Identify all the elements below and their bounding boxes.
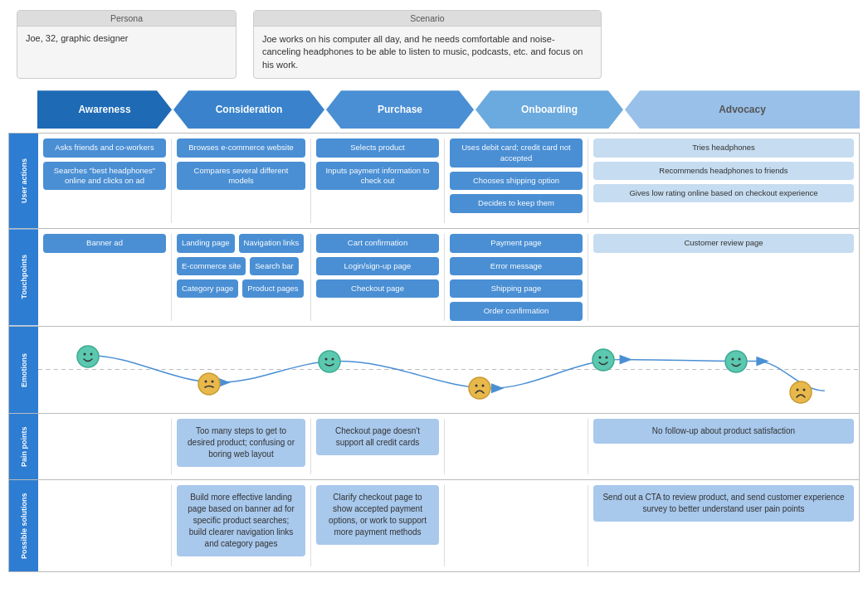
touchpoints-section: Touchpoints Banner ad Landing page Navig… xyxy=(9,229,859,326)
main-container: Persona Joe, 32, graphic designer Scenar… xyxy=(0,0,868,572)
tp-consideration-2: E-commerce site xyxy=(177,257,246,275)
ua-purchase-1: Selects product xyxy=(316,138,439,157)
sol-purchase: Clarify checkout page to show accepted p… xyxy=(316,485,439,545)
sol-purchase-col: Clarify checkout page to show accepted p… xyxy=(316,485,439,566)
svg-point-24 xyxy=(797,388,799,391)
tp-consideration-col: Landing page Navigation links E-commerce… xyxy=(177,234,305,320)
journey-grid: User actions Asks friends and co-workers… xyxy=(8,133,860,571)
emotions-body xyxy=(38,327,859,413)
tp-onboarding-2: Error message xyxy=(450,257,583,275)
sol-advocacy-col: Send out a CTA to review product, and se… xyxy=(593,485,854,566)
svg-point-21 xyxy=(732,357,734,360)
pp-advocacy: No follow-up about product satisfaction xyxy=(593,419,854,444)
svg-point-7 xyxy=(90,352,93,355)
tp-awareness-1: Banner ad xyxy=(43,234,166,252)
user-actions-body: Asks friends and co-workers Searches "be… xyxy=(38,134,859,228)
tp-advocacy-col: Customer review page xyxy=(593,234,854,320)
stage-advocacy[interactable]: Advocacy xyxy=(625,90,860,129)
svg-point-11 xyxy=(319,351,340,372)
sol-onboarding-col xyxy=(450,485,583,566)
svg-point-5 xyxy=(77,346,99,367)
ua-advocacy-2: Recommends headphones to friends xyxy=(593,162,854,180)
emotion-face-advocacy-1 xyxy=(724,350,748,373)
svg-point-12 xyxy=(325,357,328,360)
tp-consideration-3: Navigation links xyxy=(239,234,305,252)
tp-consideration-6: Product pages xyxy=(242,279,303,298)
scenario-content: Joe works on his computer all day, and h… xyxy=(254,27,601,78)
ua-onboarding-col: Uses debit card; credit card not accepte… xyxy=(450,138,583,223)
solutions-label: Possible solutions xyxy=(9,480,38,571)
tp-purchase-col: Cart confirmation Login/sign-up page Che… xyxy=(316,234,439,320)
tp-consideration-1: Landing page xyxy=(177,234,235,252)
pp-consideration: Too many steps to get to desired product… xyxy=(177,419,305,467)
pain-points-section: Pain points Too many steps to get to des… xyxy=(9,414,859,480)
sol-consideration-col: Build more effective landing page based … xyxy=(177,485,305,566)
scenario-card: Scenario Joe works on his computer all d… xyxy=(253,10,602,79)
sol-awareness-col xyxy=(43,485,166,566)
ua-consideration-col: Browses e-commerce website Compares seve… xyxy=(177,138,305,223)
pp-advocacy-col: No follow-up about product satisfaction xyxy=(593,419,854,474)
svg-point-23 xyxy=(790,381,812,403)
top-section: Persona Joe, 32, graphic designer Scenar… xyxy=(0,0,868,85)
pain-points-body: Too many steps to get to desired product… xyxy=(38,414,859,479)
persona-card: Persona Joe, 32, graphic designer xyxy=(17,10,237,79)
pain-points-label: Pain points xyxy=(9,414,38,479)
svg-point-15 xyxy=(475,384,478,386)
touchpoints-label: Touchpoints xyxy=(9,229,38,325)
tp-purchase-1: Cart confirmation xyxy=(316,234,439,252)
pp-purchase-col: Checkout page doesn't support all credit… xyxy=(316,419,439,474)
scenario-label: Scenario xyxy=(254,11,601,27)
ua-purchase-col: Selects product Inputs payment informati… xyxy=(316,138,439,223)
sol-advocacy: Send out a CTA to review product, and se… xyxy=(593,485,854,522)
ua-advocacy-3: Gives low rating online based on checkou… xyxy=(593,184,854,202)
stage-purchase[interactable]: Purchase xyxy=(326,90,474,129)
solutions-section: Possible solutions Build more effective … xyxy=(9,480,859,571)
tp-consideration-4: Search bar xyxy=(250,257,298,275)
emotion-face-advocacy-2 xyxy=(789,381,812,404)
tp-onboarding-col: Payment page Error message Shipping page… xyxy=(450,234,583,320)
emotions-section: Emotions xyxy=(9,327,859,414)
stage-onboarding[interactable]: Onboarding xyxy=(475,90,623,129)
emotions-label: Emotions xyxy=(9,327,38,413)
tp-purchase-2: Login/sign-up page xyxy=(316,257,439,275)
tp-consideration-5: Category page xyxy=(177,279,238,298)
svg-point-13 xyxy=(332,357,334,360)
emotion-face-purchase-end xyxy=(468,376,491,400)
svg-point-19 xyxy=(606,356,608,358)
svg-point-10 xyxy=(212,380,214,382)
svg-point-8 xyxy=(198,373,220,395)
tp-purchase-3: Checkout page xyxy=(316,279,439,298)
ua-consideration-1: Browses e-commerce website xyxy=(177,138,305,157)
stages-row: Awareness Consideration Purchase Onboard… xyxy=(0,85,868,133)
svg-point-20 xyxy=(725,351,747,372)
ua-onboarding-3: Decides to keep them xyxy=(450,194,583,212)
ua-awareness-1: Asks friends and co-workers xyxy=(43,138,166,157)
stage-awareness[interactable]: Awareness xyxy=(37,90,172,129)
svg-point-17 xyxy=(592,349,614,371)
tp-onboarding-3: Shipping page xyxy=(450,279,583,298)
persona-content: Joe, 32, graphic designer xyxy=(17,27,236,50)
tp-onboarding-4: Order confirmation xyxy=(450,302,583,320)
pp-awareness-col xyxy=(43,419,166,474)
solutions-body: Build more effective landing page based … xyxy=(38,480,859,571)
tp-advocacy-1: Customer review page xyxy=(593,234,854,252)
svg-point-16 xyxy=(482,384,485,386)
emotion-face-onboarding xyxy=(592,348,615,372)
ua-consideration-2: Compares several different models xyxy=(177,162,305,191)
touchpoints-body: Banner ad Landing page Navigation links … xyxy=(38,229,859,325)
svg-point-9 xyxy=(205,380,207,382)
tp-onboarding-1: Payment page xyxy=(450,234,583,252)
pp-purchase: Checkout page doesn't support all credit… xyxy=(316,419,439,455)
stage-consideration[interactable]: Consideration xyxy=(173,90,324,129)
svg-point-25 xyxy=(803,388,806,391)
svg-point-6 xyxy=(84,352,86,355)
svg-point-18 xyxy=(599,356,602,358)
ua-advocacy-1: Tries headphones xyxy=(593,138,854,157)
ua-advocacy-col: Tries headphones Recommends headphones t… xyxy=(593,138,854,223)
pp-onboarding-col xyxy=(450,419,583,474)
svg-marker-4 xyxy=(756,356,768,366)
emotion-face-purchase-start xyxy=(318,350,341,373)
ua-awareness-2: Searches "best headphones" online and cl… xyxy=(43,162,166,191)
sol-consideration: Build more effective landing page based … xyxy=(177,485,305,556)
emotion-face-consideration xyxy=(197,372,221,396)
